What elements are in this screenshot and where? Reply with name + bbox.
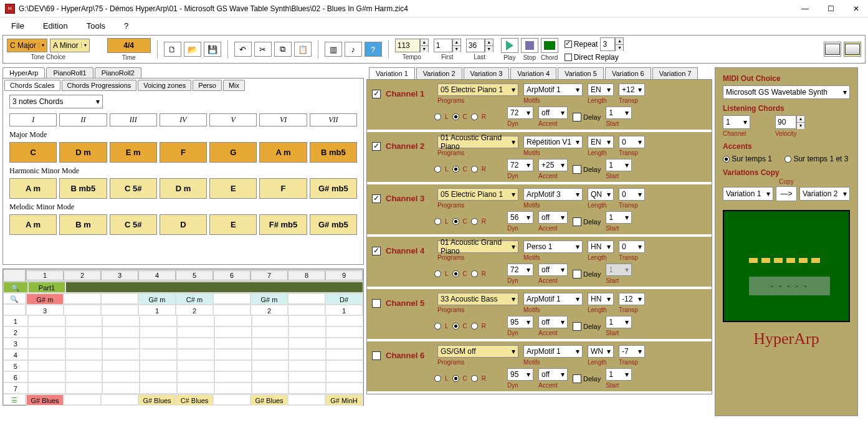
- grid-cell[interactable]: [288, 394, 325, 406]
- dyn-select[interactable]: 72▾: [507, 264, 533, 276]
- grid-cell[interactable]: [288, 293, 325, 305]
- menu-file[interactable]: File: [11, 21, 24, 31]
- chord-button[interactable]: D: [160, 214, 207, 235]
- accent-select[interactable]: +25▾: [538, 159, 568, 171]
- grid-cell[interactable]: G# m: [138, 293, 176, 305]
- grid-cell[interactable]: G# Blues: [250, 394, 288, 406]
- tab-hyperarp[interactable]: HyperArp: [2, 67, 45, 78]
- grid-cell[interactable]: G# m: [250, 293, 288, 305]
- copy-from[interactable]: Variation 1▾: [723, 187, 773, 201]
- start-select[interactable]: 1▾: [606, 159, 632, 171]
- tempo-input[interactable]: 113: [395, 39, 420, 52]
- chord-button[interactable]: G# mb5: [310, 178, 357, 199]
- first-spinner[interactable]: ▲▼: [452, 39, 461, 52]
- variation-tab[interactable]: Variation 6: [605, 67, 651, 79]
- accent-select[interactable]: off▾: [538, 316, 568, 328]
- delay-check[interactable]: [573, 374, 581, 383]
- note-icon[interactable]: ♪: [345, 42, 362, 57]
- delay-check[interactable]: [573, 217, 581, 226]
- grid-cell[interactable]: C# m: [176, 293, 213, 305]
- listen-channel[interactable]: 1▾: [723, 115, 750, 129]
- maximize-button[interactable]: ☐: [824, 4, 838, 13]
- accent-select[interactable]: off▾: [538, 368, 568, 381]
- chord-button[interactable]: C 5#: [110, 178, 157, 199]
- lcr-radio[interactable]: L C R: [434, 375, 486, 382]
- grid-cell[interactable]: [101, 305, 138, 316]
- chord-button[interactable]: A m: [259, 142, 307, 163]
- repeat-n[interactable]: 3: [600, 37, 615, 51]
- cut-icon[interactable]: ✂: [254, 42, 272, 57]
- delay-check[interactable]: [573, 322, 581, 331]
- grid-cell[interactable]: [64, 394, 101, 406]
- chord-button[interactable]: E: [209, 214, 257, 235]
- grid-cell[interactable]: [64, 293, 101, 305]
- undo-icon[interactable]: ↶: [234, 42, 252, 57]
- start-select[interactable]: 1▾: [606, 107, 632, 119]
- accent-select[interactable]: off▾: [538, 107, 568, 119]
- channel-enable[interactable]: [372, 142, 381, 151]
- length-select[interactable]: EN▾: [588, 136, 614, 148]
- part-cell[interactable]: Part1: [28, 282, 65, 293]
- velocity-input[interactable]: 90: [775, 115, 796, 129]
- tone2-select[interactable]: A Minor▾: [50, 39, 90, 52]
- start-select[interactable]: 1▾: [606, 211, 632, 224]
- accent-opt1[interactable]: Sur temps 1: [723, 155, 772, 163]
- notes-select[interactable]: 3 notes Chords▾: [9, 95, 103, 108]
- grid-cell[interactable]: G# Blues: [26, 394, 64, 406]
- chord-button[interactable]: E m: [110, 142, 157, 163]
- chord-button[interactable]: F: [259, 178, 307, 199]
- lcr-radio[interactable]: L C R: [434, 270, 486, 277]
- chord-button[interactable]: B mb5: [59, 178, 107, 199]
- accent-select[interactable]: off▾: [538, 211, 568, 224]
- menu-edition[interactable]: Edition: [43, 21, 68, 31]
- transp-select[interactable]: 0▾: [619, 136, 645, 148]
- copy-icon[interactable]: ⧉: [274, 42, 292, 57]
- channel-enable[interactable]: [372, 194, 381, 203]
- chord-button[interactable]: F# mb5: [259, 214, 307, 235]
- chord-button[interactable]: [541, 38, 558, 53]
- accent-select[interactable]: off▾: [538, 264, 568, 276]
- variation-tab[interactable]: Variation 2: [416, 67, 462, 79]
- chord-button[interactable]: G: [209, 142, 257, 163]
- chord-button[interactable]: C 5#: [110, 214, 157, 235]
- program-select[interactable]: 05 Electric Piano 1▾: [437, 188, 518, 201]
- chord-button[interactable]: A m: [9, 214, 57, 235]
- lcr-radio[interactable]: L C R: [434, 218, 486, 225]
- variation-tab[interactable]: Variation 3: [464, 67, 510, 79]
- variation-tab[interactable]: Variation 7: [652, 67, 699, 79]
- grid-cell[interactable]: 2: [176, 305, 213, 316]
- grid-cell[interactable]: G# MinH: [325, 394, 363, 406]
- open-icon[interactable]: 📂: [184, 42, 201, 57]
- program-select[interactable]: GS/GM off▾: [437, 345, 518, 358]
- dyn-select[interactable]: 56▾: [507, 211, 533, 224]
- program-select[interactable]: 01 Acoustic Grand Piano▾: [437, 136, 518, 148]
- minimize-button[interactable]: —: [798, 4, 813, 13]
- chord-button[interactable]: F: [160, 142, 207, 163]
- dyn-select[interactable]: 95▾: [507, 368, 533, 381]
- last-input[interactable]: 36: [466, 39, 485, 52]
- save-icon[interactable]: 💾: [204, 42, 221, 57]
- delay-check[interactable]: [573, 270, 581, 278]
- copy-to[interactable]: Variation 2▾: [799, 187, 850, 201]
- chord-button[interactable]: B m: [59, 214, 107, 235]
- delay-check[interactable]: [573, 165, 581, 174]
- tempo-spinner[interactable]: ▲▼: [420, 39, 429, 52]
- length-select[interactable]: WN▾: [588, 345, 614, 358]
- channel-enable[interactable]: [372, 299, 381, 308]
- program-select[interactable]: 05 Electric Piano 1▾: [437, 83, 518, 96]
- grid-cell[interactable]: [101, 293, 138, 305]
- transp-select[interactable]: -7▾: [619, 345, 645, 358]
- subtab-scales[interactable]: Chords Scales: [4, 80, 60, 91]
- start-select[interactable]: 1▾: [606, 316, 632, 328]
- tab-pianoroll2[interactable]: PianoRoll2: [95, 67, 141, 78]
- motif-select[interactable]: ArpMotif 1▾: [523, 293, 583, 305]
- keyboard1-icon[interactable]: [824, 42, 841, 57]
- chord-button[interactable]: E: [209, 178, 257, 199]
- variation-tab[interactable]: Variation 5: [558, 67, 604, 79]
- length-select[interactable]: HN▾: [588, 293, 614, 305]
- new-icon[interactable]: 🗋: [164, 42, 181, 57]
- motif-select[interactable]: ArpMotif 1▾: [523, 83, 583, 96]
- tone1-select[interactable]: C Major▾: [7, 39, 47, 52]
- motif-select[interactable]: ArpMotif 1▾: [523, 345, 583, 358]
- length-select[interactable]: QN▾: [588, 188, 614, 201]
